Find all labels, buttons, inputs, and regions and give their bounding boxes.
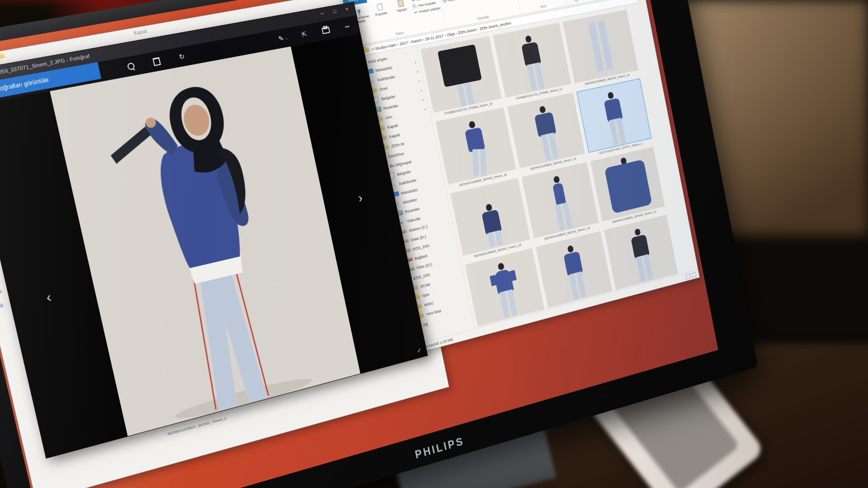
figure-legs: [609, 117, 626, 145]
figure-head: [525, 35, 532, 43]
thumbnail-item[interactable]: 37068801181725_370686_Sinem_14: [493, 23, 572, 103]
nav-item-label: Ağ: [423, 321, 428, 327]
nav-item-label: Masaüstü: [401, 187, 418, 196]
pin-indicator-icon: ✦: [418, 79, 421, 84]
figure-head: [468, 121, 476, 129]
nav-item-label: OneDrive: [387, 150, 405, 159]
figure-head: [634, 228, 641, 236]
nav-item-label: Kapalı: [389, 132, 401, 139]
figure-legs: [588, 20, 613, 72]
path-icon: ⎘: [412, 4, 417, 9]
nav-item-label: DCIM: [420, 282, 430, 289]
nav-item-label: Müzikler: [402, 197, 417, 204]
list-view-icon: [685, 273, 690, 279]
pin-indicator-icon: ✦: [416, 70, 420, 74]
nav-item-label: Belgeler: [381, 94, 396, 101]
chevron-down-icon: ⌄: [284, 35, 288, 40]
nav-item-label: ZDN-Je: [391, 141, 405, 149]
minimize-button[interactable]: ─: [316, 9, 329, 17]
close-button[interactable]: ×: [340, 5, 354, 12]
thumbnail-item[interactable]: 36294031165605_362942_Sinem_19: [562, 9, 639, 88]
nav-item-label: Data (D:): [410, 234, 426, 242]
window-title: Kapalı: [133, 28, 148, 36]
figure-torso: [438, 44, 482, 87]
figure-legs: [636, 254, 653, 282]
copy-to-icon: ⇉: [442, 0, 447, 4]
scissors-icon: ✂: [410, 0, 416, 3]
thumbnail-item[interactable]: 36294031165605_362942_Sinem_12: [590, 146, 666, 226]
nav-item-label: MISC: [424, 300, 434, 307]
photo-of-model: [50, 47, 360, 436]
refresh-icon[interactable]: ↻: [639, 0, 643, 1]
nav-icon[interactable]: [0, 301, 6, 310]
figure-head: [539, 106, 546, 113]
figure-head: [567, 245, 574, 253]
thumbnail-item[interactable]: 37068801181725_370686_Sinem_15: [420, 36, 503, 117]
figure-head: [498, 263, 505, 271]
pin-indicator-icon: ✦: [420, 89, 423, 93]
nav-item-label: Kapalı: [387, 122, 398, 129]
paste-button[interactable]: Yapıştır: [389, 0, 412, 14]
nav-item-label: Hızlı erişim: [368, 56, 387, 64]
previous-photo-arrow[interactable]: ‹: [45, 289, 53, 305]
figure-legs: [555, 202, 573, 230]
next-photo-arrow[interactable]: ›: [357, 190, 364, 205]
fullscreen-resize-icon[interactable]: ↔: [414, 345, 423, 355]
nav-item-label: Belgeler: [396, 169, 411, 176]
nav-item-label: Resimler: [383, 103, 399, 110]
pin-indicator-icon: ✦: [421, 98, 425, 102]
thumbnail-item[interactable]: 36294031165605_362942_Sinem_13: [507, 92, 586, 173]
shortcut-icon: ↩: [413, 9, 419, 15]
thumbnail-image: [420, 36, 502, 113]
nav-item-label: Videolar: [406, 216, 421, 223]
figure-head: [553, 176, 560, 183]
rotate-icon[interactable]: ↻: [176, 51, 188, 63]
model-illustration: [50, 47, 360, 436]
nav-item-label: İndirilenler: [377, 74, 396, 82]
maximize-button[interactable]: □: [328, 7, 341, 14]
nav-item-label: İşler: [422, 291, 430, 298]
paste-icon: [397, 0, 404, 7]
zoom-icon[interactable]: [125, 60, 137, 72]
print-icon[interactable]: [320, 25, 331, 36]
see-more-icon[interactable]: •••: [342, 21, 353, 32]
figure-legs: [472, 149, 487, 176]
view-switcher[interactable]: [685, 272, 696, 279]
thumbnail-item[interactable]: 36294031165605_362942_Sinem_15: [521, 162, 600, 243]
figure-torso: [604, 159, 652, 213]
nav-item-label: Bağlant: [414, 253, 428, 261]
figure-head: [608, 92, 614, 99]
thumbnail-item[interactable]: 36294031165605_362942_Sinem_16: [435, 107, 517, 190]
pin-icon: [357, 9, 361, 13]
nav-item-label: Resimler: [404, 206, 420, 214]
figure-legs: [527, 62, 544, 91]
figure-legs: [569, 271, 586, 300]
figure-legs: [500, 289, 518, 318]
thumbnail-item[interactable]: 33707101097259_337071_Sinem_2: [576, 78, 653, 157]
photographed-scene: 223V PHILIPS Dosya Resim Araçları Kapalı…: [0, 0, 868, 488]
thumbnail-item[interactable]: 36294031165605_362942_Sinem_18: [450, 178, 531, 261]
folder-icon: [0, 53, 5, 59]
thumbnail-image: [562, 9, 638, 84]
nav-item-label: Masaüstü: [375, 65, 392, 73]
nav-item-label: Onel: [379, 85, 388, 92]
figure-legs: [487, 230, 503, 247]
thumbnail-image: [493, 23, 571, 98]
nav-item-label: Arnı: [385, 114, 393, 120]
pencil-icon: ✎: [278, 34, 284, 43]
quick-access-toolbar[interactable]: [0, 53, 5, 63]
delete-icon[interactable]: [151, 56, 163, 67]
copy-button[interactable]: Kopyala: [368, 0, 392, 18]
nav-icon[interactable]: [0, 287, 3, 296]
pin-indicator-icon: ✦: [424, 107, 427, 112]
copy-to-button[interactable]: ⇉Kopyalama hedefi▾: [442, 0, 475, 4]
pin-indicator-icon: ✦: [414, 60, 417, 65]
edit-create-icon[interactable]: ✎⌄: [278, 33, 289, 44]
copy-icon: [377, 4, 382, 10]
share-icon[interactable]: ⇱: [298, 28, 311, 40]
thumbnail-view-icon: [691, 272, 696, 278]
figure-legs: [541, 132, 559, 161]
